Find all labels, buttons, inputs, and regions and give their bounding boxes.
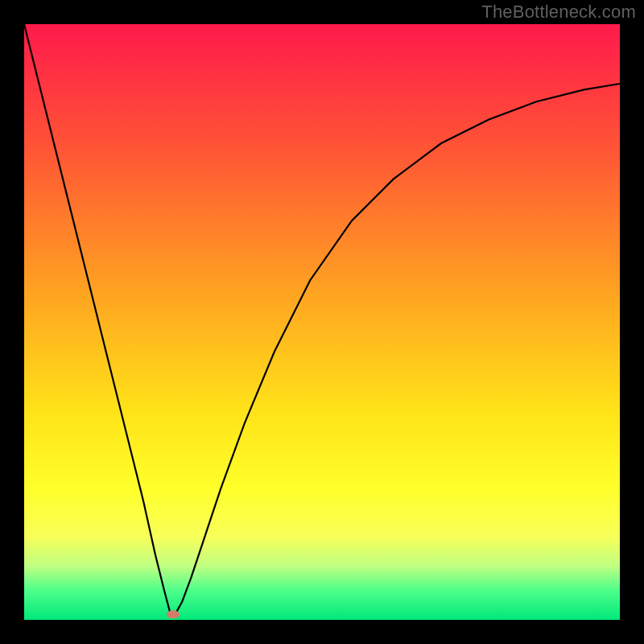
bottleneck-chart <box>24 24 620 620</box>
minimum-marker <box>167 610 180 618</box>
watermark-text: TheBottleneck.com <box>481 2 636 23</box>
chart-frame: TheBottleneck.com <box>0 0 644 644</box>
gradient-background <box>24 24 620 620</box>
